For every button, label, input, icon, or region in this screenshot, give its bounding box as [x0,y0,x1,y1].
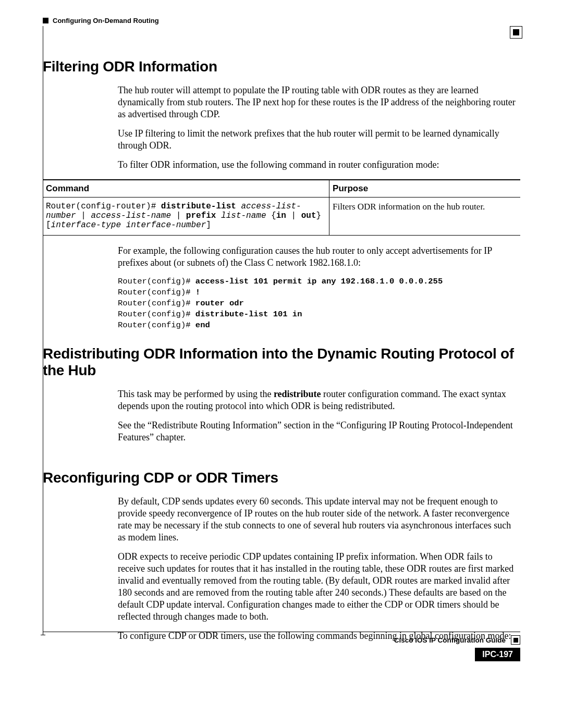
heading-redistributing: Redistributing ODR Information into the … [43,346,520,379]
cmd-kw1: distribute-list [161,202,236,211]
filtering-p3: To filter ODR information, use the follo… [118,159,520,171]
cmd-kw2: prefix [186,211,216,220]
cmd-arg3: list-name [221,211,266,220]
heading-timers: Reconfiguring CDP or ODR Timers [43,470,520,486]
filtering-example: For example, the following configuration… [118,245,520,331]
th-command: Command [43,180,329,198]
filtering-p4: For example, the following configuration… [118,245,520,269]
corner-marker-inner [513,29,519,35]
td-purpose: Filters ODR information on the hub route… [329,198,520,236]
cmd-arg2: access-list-name [91,211,171,220]
footer-rule [43,632,520,632]
filtering-body: The hub router will attempt to populate … [118,84,520,171]
cmd-kw3: in [276,211,286,220]
page-number-badge: IPC-197 [475,648,520,661]
running-header: Configuring On-Demand Routing [43,17,520,24]
table-header-row: Command Purpose [43,180,520,198]
timers-body: By default, CDP sends updates every 60 s… [118,496,520,642]
header-marker-icon [43,18,48,23]
filtering-p1: The hub router will attempt to populate … [118,84,520,120]
cmd-prompt: Router(config-router)# [46,202,161,211]
redistributing-p1: This task may be performed by using the … [118,388,520,412]
code-block: Router(config)# access-list 101 permit i… [118,276,520,331]
cmd-kw4: out [301,211,316,220]
timers-p2: ODR expects to receive periodic CDP upda… [118,551,520,623]
redistributing-body: This task may be performed by using the … [118,388,520,443]
cmd-arg4: interface-type interface-number [51,220,206,230]
timers-p1: By default, CDP sends updates every 60 s… [118,496,520,544]
corner-marker-icon [510,26,522,39]
content-area: Filtering ODR Information The hub router… [43,58,520,649]
td-command: Router(config-router)# distribute-list a… [43,198,329,236]
chapter-title: Configuring On-Demand Routing [53,17,159,24]
filtering-p2: Use IP filtering to limit the network pr… [118,128,520,152]
footer-guide-title: Cisco IOS IP Configuration Guide [394,636,506,644]
page: Configuring On-Demand Routing Filtering … [0,0,563,728]
table-row: Router(config-router)# distribute-list a… [43,198,520,236]
th-purpose: Purpose [329,180,520,198]
footer-row: Cisco IOS IP Configuration Guide [43,635,520,645]
footer: Cisco IOS IP Configuration Guide [43,632,520,645]
command-table: Command Purpose Router(config-router)# d… [43,179,520,236]
redistributing-p2: See the “Redistribute Routing Informatio… [118,419,520,443]
heading-filtering: Filtering ODR Information [43,58,520,75]
footer-marker-icon [511,635,520,645]
